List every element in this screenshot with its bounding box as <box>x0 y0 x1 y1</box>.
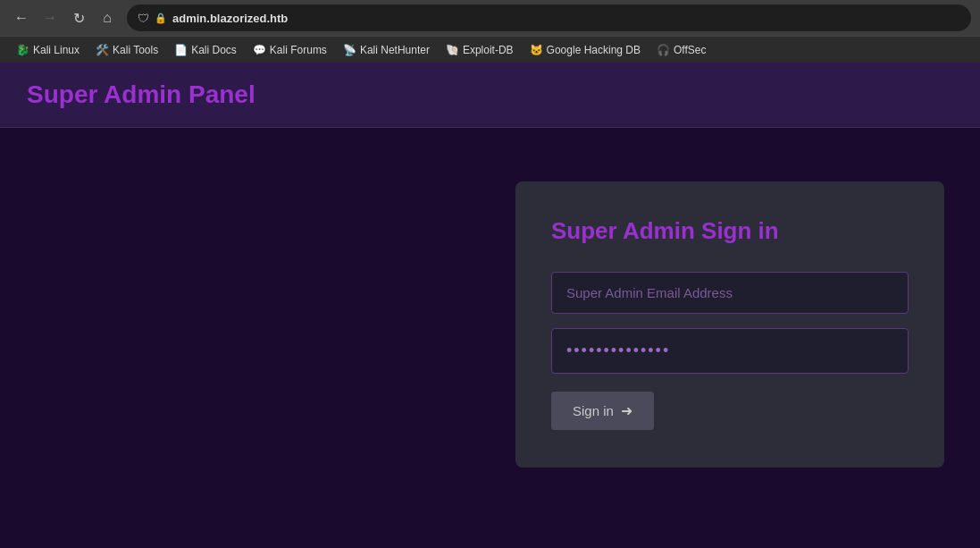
bookmark-kali-forums[interactable]: 💬 Kali Forums <box>246 42 334 58</box>
reload-button[interactable]: ↻ <box>66 5 91 30</box>
bookmark-exploit-db[interactable]: 🐚 Exploit-DB <box>439 42 521 58</box>
login-heading: Super Admin Sign in <box>551 217 909 245</box>
home-button[interactable]: ⌂ <box>95 5 120 30</box>
password-input[interactable] <box>551 328 909 374</box>
back-button[interactable]: ← <box>9 5 34 30</box>
bookmark-google-hacking-db[interactable]: 🐱 Google Hacking DB <box>523 42 648 58</box>
browser-toolbar: ← → ↻ ⌂ 🛡 🔒 admin.blazorized.htb <box>0 0 980 36</box>
email-input[interactable] <box>551 272 909 314</box>
bookmark-icon: 💬 <box>253 44 266 56</box>
page-main: Super Admin Sign in Sign in ➜ <box>0 128 980 548</box>
lock-icon: 🔒 <box>155 13 167 24</box>
bookmark-kali-docs[interactable]: 📄 Kali Docs <box>167 42 244 58</box>
bookmark-label: Google Hacking DB <box>547 44 641 56</box>
password-group <box>551 328 909 374</box>
sign-in-button[interactable]: Sign in ➜ <box>551 392 654 430</box>
bookmark-kali-linux[interactable]: 🐉 Kali Linux <box>9 42 87 58</box>
nav-buttons: ← → ↻ ⌂ <box>9 5 120 30</box>
bookmark-icon: 📡 <box>343 44 356 56</box>
sign-in-label: Sign in <box>573 403 614 418</box>
forward-button[interactable]: → <box>38 5 63 30</box>
browser-chrome: ← → ↻ ⌂ 🛡 🔒 admin.blazorized.htb 🐉 Kali … <box>0 0 980 63</box>
bookmark-label: OffSec <box>674 44 706 56</box>
bookmarks-bar: 🐉 Kali Linux 🛠️ Kali Tools 📄 Kali Docs 💬… <box>0 36 980 63</box>
bookmark-icon: 🐱 <box>530 44 543 56</box>
arrow-right-icon: ➜ <box>621 402 632 419</box>
bookmark-label: Exploit-DB <box>463 44 514 56</box>
page-wrapper: Super Admin Panel Super Admin Sign in Si… <box>0 63 980 548</box>
page-title: Super Admin Panel <box>27 80 953 109</box>
address-text: admin.blazorized.htb <box>172 12 288 25</box>
bookmark-icon: 🐚 <box>446 44 459 56</box>
address-bar[interactable]: 🛡 🔒 admin.blazorized.htb <box>127 4 971 31</box>
bookmark-label: Kali Docs <box>191 44 237 56</box>
bookmark-label: Kali Linux <box>33 44 80 56</box>
email-group <box>551 272 909 314</box>
bookmark-kali-nethunter[interactable]: 📡 Kali NetHunter <box>336 42 437 58</box>
bookmark-icon: 📄 <box>174 44 188 56</box>
bookmark-icon: 🛠️ <box>96 44 109 56</box>
bookmark-icon: 🐉 <box>16 44 29 56</box>
bookmark-icon: 🎧 <box>657 44 670 56</box>
bookmark-label: Kali Tools <box>113 44 158 56</box>
page-header: Super Admin Panel <box>0 63 980 128</box>
shield-icon: 🛡 <box>138 12 149 25</box>
bookmark-label: Kali NetHunter <box>360 44 430 56</box>
login-card: Super Admin Sign in Sign in ➜ <box>515 181 944 468</box>
bookmark-label: Kali Forums <box>270 44 327 56</box>
bookmark-kali-tools[interactable]: 🛠️ Kali Tools <box>88 42 165 58</box>
bookmark-offsec[interactable]: 🎧 OffSec <box>649 42 713 58</box>
